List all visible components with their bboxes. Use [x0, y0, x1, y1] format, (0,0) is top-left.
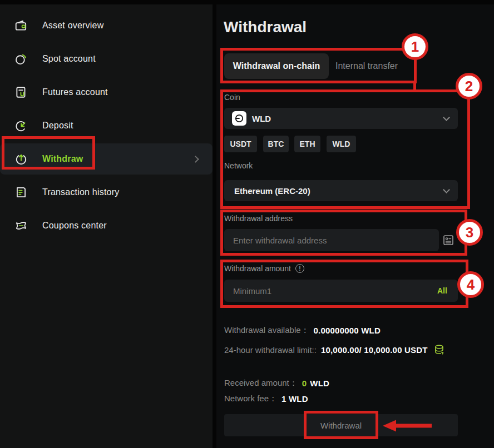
- sidebar-item-coupons-center[interactable]: Coupons center: [0, 210, 213, 241]
- chevron-right-icon: [192, 156, 199, 163]
- chevron-down-icon: [443, 186, 450, 193]
- sidebar-item-withdraw[interactable]: Withdraw: [0, 143, 213, 175]
- withdrawal-amount-label: Withdrawal amount: [224, 264, 291, 273]
- coin-selected-value: WLD: [252, 114, 271, 123]
- withdrawal-amount-input[interactable]: [224, 280, 458, 302]
- sidebar-item-asset-overview[interactable]: Asset overview: [0, 10, 213, 41]
- withdrawal-limit-line: 24-hour withdrawal limit:: 10,000.00/ 10…: [224, 344, 446, 356]
- sidebar-item-label: Deposit: [42, 121, 73, 131]
- coin-chip-usdt[interactable]: USDT: [224, 136, 257, 152]
- received-amount-line: Received amount： 0 WLD: [224, 378, 329, 389]
- futures-doc-icon: [14, 86, 28, 99]
- coin-label: Coin: [224, 93, 240, 102]
- received-amount-label: Received amount：: [224, 378, 298, 389]
- withdrawal-address-input[interactable]: [224, 229, 439, 251]
- coin-chip-eth[interactable]: ETH: [294, 136, 320, 152]
- withdrawal-available-label: Withdrawal available：: [224, 325, 309, 336]
- withdrawal-available-line: Withdrawal available： 0.00000000 WLD: [224, 325, 381, 336]
- sidebar-item-label: Asset overview: [42, 21, 103, 31]
- history-doc-icon: [14, 186, 28, 199]
- coin-chip-wld[interactable]: WLD: [327, 136, 356, 152]
- coins-stack-icon[interactable]: [433, 344, 446, 356]
- wallet-icon: [14, 19, 28, 32]
- sidebar-item-label: Spot account: [42, 54, 96, 64]
- withdrawal-available-value: 0.00000000 WLD: [314, 326, 381, 335]
- sidebar: Asset overview Spot account Futures acco…: [0, 4, 213, 448]
- chevron-down-icon: [443, 114, 450, 121]
- coin-select[interactable]: WLD: [224, 108, 458, 129]
- sidebar-item-label: Coupons center: [42, 221, 107, 231]
- network-label: Network: [224, 161, 253, 170]
- sidebar-item-transaction-history[interactable]: Transaction history: [0, 177, 213, 208]
- coin-chip-btc[interactable]: BTC: [263, 136, 289, 152]
- withdrawal-address-label: Withdrawal address: [224, 214, 293, 223]
- network-fee-line: Network fee： 1 WLD: [224, 394, 308, 404]
- withdrawal-limit-value: 10,000.00/ 10,000.00 USDT: [321, 345, 428, 355]
- network-fee-value: 1 WLD: [281, 394, 308, 404]
- network-fee-label: Network fee：: [224, 394, 277, 404]
- tab-internal-transfer[interactable]: Internal transfer: [335, 61, 398, 71]
- withdrawal-page: Asset overview Spot account Futures acco…: [0, 0, 494, 448]
- received-amount-unit: WLD: [310, 379, 329, 388]
- sidebar-item-futures-account[interactable]: Futures account: [0, 77, 213, 108]
- deposit-arrow-icon: [14, 119, 28, 132]
- coupon-ticket-icon: [14, 219, 28, 232]
- address-book-icon[interactable]: [442, 233, 455, 249]
- sidebar-item-deposit[interactable]: Deposit: [0, 110, 213, 141]
- withdrawal-amount-label-row: Withdrawal amount !: [224, 264, 304, 273]
- withdrawal-limit-label: 24-hour withdrawal limit::: [224, 345, 317, 355]
- amount-all-button[interactable]: All: [437, 286, 447, 295]
- withdraw-arrow-icon: [14, 152, 28, 166]
- network-selected-value: Ethereum (ERC-20): [234, 186, 310, 196]
- received-amount-value: 0: [302, 379, 307, 388]
- sidebar-item-label: Withdraw: [42, 154, 83, 164]
- sidebar-item-spot-account[interactable]: Spot account: [0, 43, 213, 74]
- network-select[interactable]: Ethereum (ERC-20): [224, 180, 458, 201]
- page-title: Withdrawal: [224, 18, 307, 36]
- sidebar-item-label: Transaction history: [42, 187, 119, 197]
- wld-coin-logo-icon: [232, 111, 246, 126]
- spot-coin-icon: [14, 52, 28, 66]
- tab-withdrawal-on-chain[interactable]: Withdrawal on-chain: [224, 53, 329, 79]
- sidebar-item-label: Futures account: [42, 87, 108, 97]
- info-icon[interactable]: !: [295, 264, 304, 273]
- annotation-arrow-left-icon: [383, 419, 434, 435]
